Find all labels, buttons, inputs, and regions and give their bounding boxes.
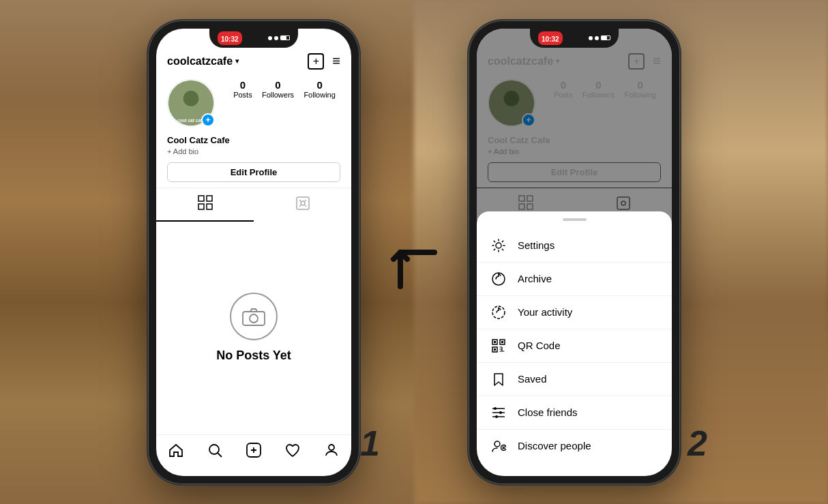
add-avatar-badge[interactable]: + bbox=[201, 113, 215, 127]
followers-stat: 0 Followers bbox=[262, 79, 294, 99]
search-nav-icon[interactable] bbox=[207, 442, 223, 462]
heart-nav-icon[interactable] bbox=[284, 442, 301, 462]
header-icons-1: + ≡ bbox=[308, 53, 340, 70]
discover-label: Discover people bbox=[518, 440, 591, 451]
menu-item-settings[interactable]: Settings bbox=[477, 229, 672, 263]
saved-label: Saved bbox=[518, 373, 547, 385]
svg-point-38 bbox=[499, 411, 502, 414]
menu-icon-1[interactable]: ≡ bbox=[332, 53, 340, 69]
discover-icon bbox=[490, 439, 507, 454]
tab-tagged-1[interactable] bbox=[254, 188, 351, 222]
signal-icon-2 bbox=[589, 36, 593, 40]
time-1: 10:32 bbox=[221, 35, 239, 43]
svg-rect-31 bbox=[494, 341, 496, 343]
posts-count: 0 bbox=[240, 79, 246, 91]
svg-point-8 bbox=[301, 201, 305, 205]
archive-label: Archive bbox=[518, 273, 552, 284]
profile-name-1: Cool Catz Cafe bbox=[167, 135, 340, 145]
svg-point-40 bbox=[494, 441, 500, 447]
no-posts-text: No Posts Yet bbox=[216, 349, 291, 363]
dropdown-menu: Settings Archive bbox=[477, 211, 672, 476]
notch-2: 10:32 bbox=[530, 29, 619, 48]
wifi-icon bbox=[274, 36, 278, 40]
tab-grid-1[interactable] bbox=[156, 188, 254, 222]
close-friends-label: Close friends bbox=[518, 406, 578, 418]
saved-icon bbox=[490, 372, 507, 387]
svg-point-37 bbox=[494, 407, 497, 410]
svg-rect-5 bbox=[198, 204, 204, 209]
chevron-down-icon: ▾ bbox=[235, 57, 239, 65]
menu-item-qr[interactable]: QR Code bbox=[477, 329, 672, 363]
qr-label: QR Code bbox=[518, 340, 561, 351]
avatar-container-1: cool cat cafe + bbox=[167, 79, 215, 127]
svg-rect-3 bbox=[198, 196, 204, 201]
settings-label: Settings bbox=[518, 239, 555, 251]
step-number-1: 1 bbox=[360, 423, 380, 464]
svg-rect-7 bbox=[297, 197, 309, 209]
tabs-row-1 bbox=[156, 188, 351, 222]
wifi-icon-2 bbox=[595, 36, 599, 40]
menu-item-discover[interactable]: Discover people bbox=[477, 430, 672, 462]
username-1[interactable]: coolcatzcafe ▾ bbox=[167, 55, 239, 68]
followers-count: 0 bbox=[275, 79, 280, 91]
no-posts-area: No Posts Yet bbox=[156, 222, 351, 434]
svg-point-16 bbox=[329, 445, 334, 450]
arrow-container bbox=[387, 205, 441, 300]
svg-point-39 bbox=[495, 415, 498, 418]
svg-line-12 bbox=[218, 453, 222, 457]
profile-nav-icon[interactable] bbox=[323, 442, 340, 462]
notch-1: 10:32 bbox=[209, 29, 298, 48]
add-bio-text-1: + Add bio bbox=[167, 147, 198, 155]
posts-stat: 0 Posts bbox=[233, 79, 252, 99]
menu-handle bbox=[563, 218, 587, 221]
phone-2: 10:32 coolcatzcafe ▾ bbox=[469, 20, 680, 484]
svg-rect-33 bbox=[494, 349, 496, 351]
profile-section-1: cool cat cafe + 0 Posts 0 bbox=[156, 74, 351, 132]
phone-1: 10:32 coolcatzcafe ▾ bbox=[148, 20, 359, 484]
menu-item-activity[interactable]: Your activity bbox=[477, 296, 672, 329]
settings-icon bbox=[490, 238, 507, 253]
archive-icon bbox=[490, 271, 507, 286]
stats-row-1: 0 Posts 0 Followers 0 Following bbox=[228, 79, 340, 99]
following-stat: 0 Following bbox=[304, 79, 335, 99]
battery-icon bbox=[280, 35, 290, 40]
activity-icon bbox=[490, 305, 507, 320]
followers-label: Followers bbox=[262, 91, 294, 99]
ig-header-1: coolcatzcafe ▾ + ≡ bbox=[156, 48, 351, 74]
svg-rect-32 bbox=[501, 341, 503, 343]
tag-icon-1 bbox=[295, 196, 310, 214]
svg-rect-4 bbox=[207, 196, 212, 201]
svg-point-10 bbox=[250, 314, 258, 323]
grid-icon-1 bbox=[198, 195, 213, 213]
menu-item-archive[interactable]: Archive bbox=[477, 263, 672, 296]
posts-label: Posts bbox=[233, 91, 252, 99]
add-bio-1[interactable]: + Add bio bbox=[167, 147, 340, 155]
svg-point-25 bbox=[496, 243, 501, 248]
battery-icon-2 bbox=[601, 35, 610, 40]
close-friends-icon bbox=[490, 405, 507, 420]
svg-point-11 bbox=[209, 445, 219, 454]
camera-circle bbox=[230, 293, 278, 340]
svg-rect-9 bbox=[243, 312, 265, 325]
add-nav-icon[interactable] bbox=[246, 442, 262, 462]
qr-icon bbox=[490, 338, 507, 353]
edit-profile-btn-1[interactable]: Edit Profile bbox=[167, 162, 340, 182]
home-nav-icon[interactable] bbox=[168, 442, 184, 462]
following-label: Following bbox=[304, 91, 335, 99]
svg-point-1 bbox=[183, 91, 199, 106]
add-post-icon[interactable]: + bbox=[308, 53, 324, 70]
time-2: 10:32 bbox=[542, 35, 559, 43]
following-count: 0 bbox=[316, 79, 322, 91]
activity-label: Your activity bbox=[518, 306, 572, 318]
username-text-1: coolcatzcafe bbox=[167, 55, 233, 68]
profile-name-section-1: Cool Catz Cafe + Add bio bbox=[156, 132, 351, 157]
bottom-nav-1 bbox=[156, 434, 351, 476]
menu-item-saved[interactable]: Saved bbox=[477, 363, 672, 396]
step-number-2: 2 bbox=[687, 423, 707, 464]
signal-icon bbox=[268, 36, 272, 40]
svg-rect-6 bbox=[207, 204, 212, 209]
menu-item-close-friends[interactable]: Close friends bbox=[477, 396, 672, 430]
arrow-icon bbox=[387, 246, 441, 300]
